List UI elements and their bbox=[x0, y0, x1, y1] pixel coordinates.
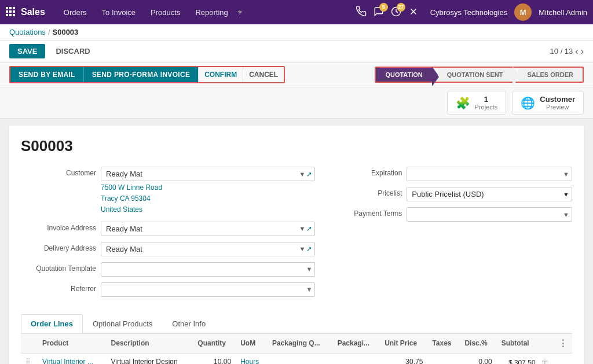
customer-input[interactable] bbox=[104, 168, 298, 179]
button-row: SEND BY EMAIL SEND PRO-FORMA INVOICE CON… bbox=[0, 62, 593, 87]
projects-count: 1 bbox=[475, 95, 498, 104]
delivery-address-row: Delivery Address ▼ ➚ bbox=[21, 242, 315, 256]
pricelist-input[interactable] bbox=[409, 189, 562, 200]
close-icon[interactable] bbox=[408, 6, 419, 19]
customer-external-link[interactable]: ➚ bbox=[306, 170, 312, 178]
drag-handle-icon[interactable]: ⠿ bbox=[25, 358, 31, 364]
breadcrumb: Quotations / S00003 bbox=[0, 24, 593, 41]
table-row: ⠿ Virtual Interior ... Virtual Interior … bbox=[21, 353, 572, 364]
breadcrumb-parent[interactable]: Quotations bbox=[9, 28, 46, 36]
next-page-button[interactable]: › bbox=[581, 46, 584, 57]
tabs-section: Order Lines Optional Products Other Info bbox=[21, 314, 572, 364]
send-email-button[interactable]: SEND BY EMAIL bbox=[10, 67, 83, 82]
customer-label: Customer bbox=[21, 167, 96, 177]
projects-button[interactable]: 🧩 1 Projects bbox=[447, 91, 507, 115]
payment-terms-dropdown-arrow[interactable]: ▼ bbox=[563, 211, 569, 218]
referrer-dropdown-arrow[interactable]: ▼ bbox=[306, 286, 312, 293]
customer-value: ▼ ➚ 7500 W Linne RoadTracy CA 95304Unite… bbox=[101, 167, 315, 216]
grid-icon[interactable] bbox=[6, 7, 15, 18]
messages-icon[interactable]: 5 bbox=[374, 6, 384, 19]
row-packaging-qty bbox=[268, 353, 333, 364]
tab-order-lines[interactable]: Order Lines bbox=[21, 314, 83, 333]
customer-preview-button[interactable]: 🌐 Customer Preview bbox=[512, 91, 584, 115]
nav-to-invoice[interactable]: To Invoice bbox=[96, 8, 142, 17]
pipeline-quotation-sent[interactable]: QUOTATION SENT bbox=[438, 68, 513, 82]
activity-icon[interactable]: 27 bbox=[391, 6, 401, 19]
customer-dropdown-arrow[interactable]: ▼ bbox=[299, 171, 305, 178]
page-wrapper: Sales Orders To Invoice Products Reporti… bbox=[0, 0, 593, 364]
svg-rect-4 bbox=[9, 10, 12, 13]
invoice-address-input[interactable] bbox=[104, 223, 298, 234]
prev-page-button[interactable]: ‹ bbox=[575, 46, 578, 57]
row-description: Virtual Interior Design bbox=[107, 353, 193, 364]
invoice-address-dropdown-arrow[interactable]: ▼ bbox=[299, 225, 305, 232]
col-uom: UoM bbox=[236, 333, 268, 353]
referrer-row: Referrer ▼ bbox=[21, 282, 315, 297]
quotation-template-dropdown-arrow[interactable]: ▼ bbox=[306, 266, 312, 273]
avatar[interactable]: M bbox=[514, 3, 532, 21]
payment-terms-input[interactable] bbox=[409, 209, 562, 220]
customer-preview-label: Preview bbox=[540, 104, 575, 111]
col-actions: ⋮ bbox=[554, 333, 572, 353]
row-drag-handle[interactable]: ⠿ bbox=[21, 353, 38, 364]
svg-rect-0 bbox=[6, 7, 8, 9]
phone-icon[interactable] bbox=[356, 6, 367, 19]
row-uom[interactable]: Hours bbox=[236, 353, 268, 364]
col-taxes: Taxes bbox=[427, 333, 460, 353]
expiration-input-group: ▼ bbox=[407, 167, 572, 181]
row-disc[interactable]: 0.00 bbox=[460, 353, 496, 364]
smart-buttons-row: 🧩 1 Projects 🌐 Customer Preview bbox=[0, 87, 593, 119]
tab-optional-products[interactable]: Optional Products bbox=[83, 314, 162, 333]
pipeline-quotation[interactable]: QUOTATION bbox=[376, 68, 431, 82]
projects-label: Projects bbox=[475, 104, 498, 111]
invoice-address-external-link[interactable]: ➚ bbox=[306, 225, 312, 233]
row-product[interactable]: Virtual Interior ... bbox=[38, 353, 107, 364]
col-product: Product bbox=[38, 333, 107, 353]
svg-rect-3 bbox=[6, 10, 8, 13]
discard-button[interactable]: DISCARD bbox=[50, 44, 96, 58]
tab-other-info[interactable]: Other Info bbox=[162, 314, 215, 333]
save-button[interactable]: SAVE bbox=[9, 44, 45, 58]
cancel-button[interactable]: CANCEL bbox=[243, 67, 284, 82]
pricelist-row: Pricelist ▼ bbox=[327, 187, 572, 201]
nav-reporting[interactable]: Reporting bbox=[189, 8, 233, 17]
puzzle-icon: 🧩 bbox=[456, 96, 470, 110]
row-unit-price[interactable]: 30.75 bbox=[380, 353, 427, 364]
messages-badge: 5 bbox=[379, 3, 388, 12]
delivery-address-label: Delivery Address bbox=[21, 242, 96, 252]
table-options-icon[interactable]: ⋮ bbox=[558, 339, 568, 348]
delivery-address-input[interactable] bbox=[104, 244, 298, 255]
form-columns: Customer ▼ ➚ 7500 W Linne RoadTracy CA 9… bbox=[21, 167, 572, 303]
row-taxes bbox=[427, 353, 460, 364]
svg-rect-6 bbox=[6, 14, 8, 16]
pipeline-sales-order[interactable]: SALES ORDER bbox=[518, 68, 583, 82]
delivery-address-dropdown-arrow[interactable]: ▼ bbox=[299, 245, 305, 252]
nav-products[interactable]: Products bbox=[145, 8, 186, 17]
nav-orders[interactable]: Orders bbox=[58, 8, 93, 17]
svg-rect-8 bbox=[13, 14, 15, 16]
pagination-text: 10 / 13 bbox=[550, 47, 573, 56]
col-unit-price: Unit Price bbox=[380, 333, 427, 353]
expiration-dropdown-arrow[interactable]: ▼ bbox=[563, 171, 569, 178]
add-menu-button[interactable]: + bbox=[237, 7, 243, 17]
order-lines-table: Product Description Quantity UoM bbox=[21, 333, 572, 364]
send-pro-forma-button[interactable]: SEND PRO-FORMA INVOICE bbox=[83, 67, 199, 82]
breadcrumb-separator: / bbox=[48, 28, 50, 36]
confirm-button[interactable]: CONFIRM bbox=[198, 67, 243, 82]
pricelist-dropdown-arrow[interactable]: ▼ bbox=[563, 191, 569, 198]
quotation-template-row: Quotation Template ▼ bbox=[21, 262, 315, 277]
quotation-template-input[interactable] bbox=[104, 264, 305, 275]
pricelist-input-group: ▼ bbox=[407, 187, 572, 201]
row-subtotal: $ 307.50 🗑 bbox=[497, 353, 554, 364]
invoice-address-label: Invoice Address bbox=[21, 222, 96, 232]
referrer-input[interactable] bbox=[104, 284, 305, 295]
tabs-header: Order Lines Optional Products Other Info bbox=[21, 314, 572, 333]
expiration-label: Expiration bbox=[327, 167, 402, 177]
activity-badge: 27 bbox=[397, 3, 405, 12]
customer-address: 7500 W Linne RoadTracy CA 95304United St… bbox=[101, 182, 315, 216]
row-delete-icon[interactable]: 🗑 bbox=[541, 358, 549, 364]
expiration-input[interactable] bbox=[409, 168, 562, 179]
delivery-address-external-link[interactable]: ➚ bbox=[306, 245, 312, 253]
col-disc: Disc.% bbox=[460, 333, 496, 353]
row-quantity[interactable]: 10.00 bbox=[193, 353, 236, 364]
